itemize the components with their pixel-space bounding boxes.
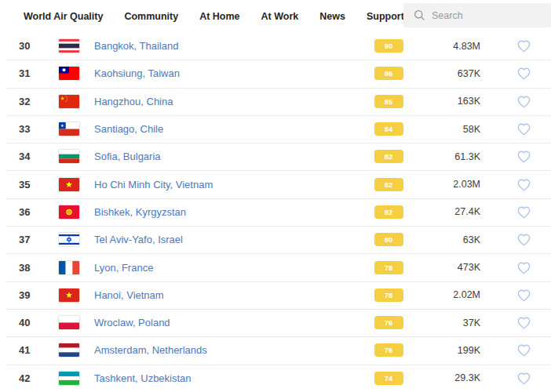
city-link[interactable]: Sofia, Bulgaria xyxy=(94,151,361,162)
heart-icon xyxy=(516,372,531,385)
followers-count: 163K xyxy=(416,96,491,107)
table-row[interactable]: 36 Bishkek, Kyrgyzstan 82 27.4K xyxy=(0,198,551,226)
table-row[interactable]: 41 Amsterdam, Netherlands 76 199K xyxy=(0,336,551,364)
vietnam-flag-icon xyxy=(59,289,79,302)
city-link[interactable]: Santiago, Chile xyxy=(94,123,361,135)
aqi-badge: 74 xyxy=(374,372,403,385)
heart-icon xyxy=(516,343,531,357)
city-link[interactable]: Amsterdam, Netherlands xyxy=(94,344,361,356)
aqi-badge: 78 xyxy=(374,261,403,274)
city-ranking-table: 30 Bangkok, Thailand 90 4.83M 31 Kaohsiu… xyxy=(0,32,551,392)
uzbekistan-flag-icon xyxy=(59,372,79,385)
city-link[interactable]: Hangzhou, China xyxy=(94,96,361,107)
followers-count: 37K xyxy=(416,318,491,328)
table-row[interactable]: 35 Ho Chi Minh City, Vietnam 82 2.03M xyxy=(0,170,551,198)
nav-item-at-home[interactable]: At Home xyxy=(199,11,239,22)
top-navigation-bar: World Air Quality Community At Home At W… xyxy=(0,0,551,32)
heart-icon xyxy=(516,95,531,108)
city-link[interactable]: Tel Aviv-Yafo, Israel xyxy=(94,234,361,245)
aqi-badge: 85 xyxy=(374,95,403,108)
nav-item-news[interactable]: News xyxy=(319,11,345,22)
followers-count: 63K xyxy=(416,234,491,245)
heart-icon xyxy=(516,233,531,246)
poland-flag-icon xyxy=(59,316,79,329)
vietnam-flag-icon xyxy=(59,178,79,191)
city-link[interactable]: Hanoi, Vietnam xyxy=(94,289,361,301)
city-link[interactable]: Wroclaw, Poland xyxy=(94,317,361,328)
rank-label: 40 xyxy=(0,317,59,328)
nav-item-support[interactable]: Support xyxy=(367,11,404,22)
aqi-badge: 76 xyxy=(374,343,403,357)
followers-count: 61.3K xyxy=(416,151,491,162)
rank-label: 31 xyxy=(0,67,59,79)
follow-heart-button[interactable] xyxy=(516,372,531,385)
rank-label: 38 xyxy=(0,262,59,274)
followers-count: 29.3K xyxy=(416,372,491,383)
table-row[interactable]: 31 Kaohsiung, Taiwan 86 637K xyxy=(0,60,551,87)
taiwan-flag-icon xyxy=(59,67,79,80)
aqi-badge: 90 xyxy=(374,39,403,53)
city-link[interactable]: Bangkok, Thailand xyxy=(94,40,361,52)
aqi-badge: 86 xyxy=(374,67,403,80)
aqi-badge: 82 xyxy=(374,150,403,163)
follow-heart-button[interactable] xyxy=(516,261,531,274)
table-row[interactable]: 30 Bangkok, Thailand 90 4.83M xyxy=(0,32,551,60)
aqi-badge: 82 xyxy=(374,178,403,191)
table-row[interactable]: 33 Santiago, Chile 84 58K xyxy=(0,115,551,143)
table-row[interactable]: 37 Tel Aviv-Yafo, Israel 80 63K xyxy=(0,226,551,253)
nav-item-world-air-quality[interactable]: World Air Quality xyxy=(24,11,103,22)
follow-heart-button[interactable] xyxy=(516,95,531,108)
follow-heart-button[interactable] xyxy=(516,178,531,191)
follow-heart-button[interactable] xyxy=(516,233,531,246)
follow-heart-button[interactable] xyxy=(516,205,531,219)
heart-icon xyxy=(516,150,531,163)
followers-count: 199K xyxy=(416,345,491,356)
search-box[interactable] xyxy=(403,3,551,27)
follow-heart-button[interactable] xyxy=(516,39,531,53)
table-row[interactable]: 40 Wroclaw, Poland 76 37K xyxy=(0,309,551,336)
rank-label: 30 xyxy=(0,40,59,52)
aqi-badge: 78 xyxy=(374,289,403,302)
table-row[interactable]: 39 Hanoi, Vietnam 78 2.02M xyxy=(0,281,551,309)
kyrgyzstan-flag-icon xyxy=(59,205,79,219)
city-link[interactable]: Ho Chi Minh City, Vietnam xyxy=(94,179,361,191)
thailand-flag-icon xyxy=(59,39,79,53)
table-row[interactable]: 32 Hangzhou, China 85 163K xyxy=(0,88,551,115)
city-link[interactable]: Bishkek, Kyrgyzstan xyxy=(94,206,361,218)
follow-heart-button[interactable] xyxy=(516,316,531,329)
followers-count: 4.83M xyxy=(416,41,491,52)
nav-item-at-work[interactable]: At Work xyxy=(261,11,299,22)
nav-item-community[interactable]: Community xyxy=(124,11,178,22)
follow-heart-button[interactable] xyxy=(516,343,531,357)
followers-count: 58K xyxy=(416,124,491,135)
follow-heart-button[interactable] xyxy=(516,150,531,163)
city-link[interactable]: Lyon, France xyxy=(94,262,361,274)
city-link[interactable]: Kaohsiung, Taiwan xyxy=(94,67,361,79)
aqi-badge: 80 xyxy=(374,233,403,246)
rank-label: 39 xyxy=(0,289,59,301)
followers-count: 473K xyxy=(416,262,491,273)
france-flag-icon xyxy=(59,261,79,274)
heart-icon xyxy=(516,289,531,302)
rank-label: 36 xyxy=(0,206,59,218)
heart-icon xyxy=(516,316,531,329)
table-row[interactable]: 34 Sofia, Bulgaria 82 61.3K xyxy=(0,143,551,170)
city-link[interactable]: Tashkent, Uzbekistan xyxy=(94,372,361,384)
rank-label: 32 xyxy=(0,96,59,107)
follow-heart-button[interactable] xyxy=(516,67,531,80)
rank-label: 42 xyxy=(0,372,59,384)
search-input[interactable] xyxy=(432,10,542,21)
nav-menu: World Air Quality Community At Home At W… xyxy=(24,11,404,22)
aqi-badge: 82 xyxy=(374,205,403,219)
followers-count: 27.4K xyxy=(416,206,491,217)
table-row[interactable]: 38 Lyon, France 78 473K xyxy=(0,253,551,281)
table-row[interactable]: 42 Tashkent, Uzbekistan 74 29.3K xyxy=(0,365,551,392)
search-icon xyxy=(414,9,425,21)
rank-label: 37 xyxy=(0,234,59,245)
bulgaria-flag-icon xyxy=(59,150,79,163)
followers-count: 2.03M xyxy=(416,179,491,190)
follow-heart-button[interactable] xyxy=(516,122,531,136)
aqi-badge: 76 xyxy=(374,316,403,329)
heart-icon xyxy=(516,205,531,219)
follow-heart-button[interactable] xyxy=(516,289,531,302)
